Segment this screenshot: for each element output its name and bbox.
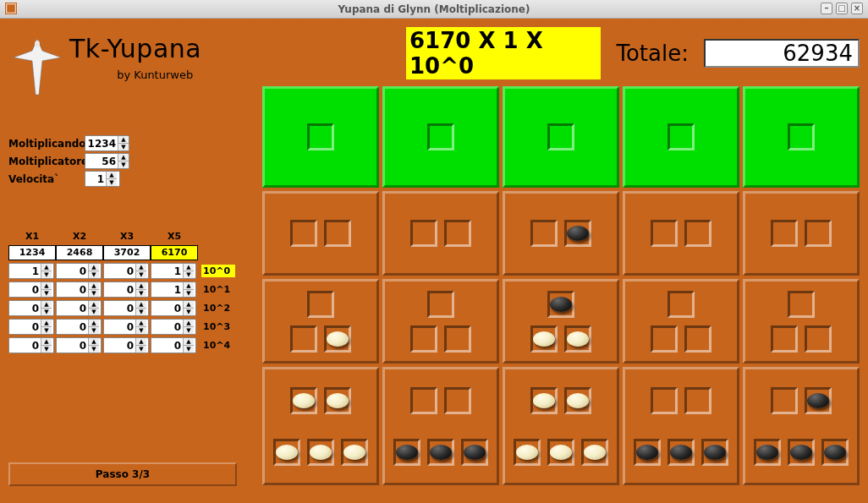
hole[interactable]: [651, 387, 678, 414]
hole[interactable]: [581, 439, 608, 466]
xtable-spinner[interactable]: ▲▼: [151, 337, 196, 353]
xtable-spinner[interactable]: ▲▼: [56, 263, 102, 279]
xtable-spinner[interactable]: ▲▼: [103, 282, 149, 298]
spinner-up-icon[interactable]: ▲: [41, 320, 52, 327]
spinner-down-icon[interactable]: ▼: [89, 327, 99, 334]
hole[interactable]: [307, 291, 334, 318]
hole[interactable]: [427, 439, 454, 466]
spinner-up-icon[interactable]: ▲: [89, 338, 99, 346]
moltiplicatore-input[interactable]: [85, 154, 118, 168]
xtable-input[interactable]: [151, 338, 183, 353]
hole[interactable]: [805, 387, 832, 414]
spinner-down-icon[interactable]: ▼: [184, 271, 194, 278]
spinner-down-icon[interactable]: ▼: [184, 309, 194, 315]
hole[interactable]: [684, 387, 711, 414]
xtable-input[interactable]: [9, 320, 41, 334]
hole[interactable]: [547, 291, 574, 318]
xtable-spinner[interactable]: ▲▼: [56, 282, 102, 298]
spinner-down-icon[interactable]: ▼: [184, 290, 194, 297]
hole[interactable]: [771, 387, 798, 414]
spinner-up-icon[interactable]: ▲: [136, 282, 146, 290]
spinner-up-icon[interactable]: ▲: [136, 264, 146, 271]
spinner-down-icon[interactable]: ▼: [184, 346, 194, 353]
spinner-down-icon[interactable]: ▼: [136, 309, 146, 315]
xtable-spinner[interactable]: ▲▼: [151, 300, 196, 316]
hole[interactable]: [290, 325, 317, 353]
spinner-down-icon[interactable]: ▼: [118, 144, 129, 150]
xtable-spinner[interactable]: ▲▼: [56, 337, 102, 353]
hole[interactable]: [307, 123, 334, 150]
hole[interactable]: [667, 291, 695, 318]
xtable-input[interactable]: [9, 301, 41, 315]
spinner-down-icon[interactable]: ▼: [89, 290, 99, 297]
hole[interactable]: [530, 387, 558, 414]
velocita-input[interactable]: [85, 172, 106, 186]
spinner-up-icon[interactable]: ▲: [107, 172, 117, 179]
spinner-down-icon[interactable]: ▼: [41, 346, 52, 353]
spinner-up-icon[interactable]: ▲: [89, 264, 99, 271]
minimize-button[interactable]: –: [821, 3, 832, 14]
spinner-up-icon[interactable]: ▲: [118, 154, 129, 161]
hole[interactable]: [547, 439, 574, 466]
hole[interactable]: [564, 220, 591, 247]
hole[interactable]: [410, 387, 437, 414]
hole[interactable]: [514, 439, 541, 466]
hole[interactable]: [651, 325, 678, 353]
hole[interactable]: [667, 439, 695, 466]
hole[interactable]: [530, 325, 558, 353]
xtable-input[interactable]: [104, 282, 135, 297]
xtable-spinner[interactable]: ▲▼: [56, 319, 102, 335]
hole[interactable]: [290, 387, 317, 414]
hole[interactable]: [393, 439, 420, 466]
hole[interactable]: [754, 439, 781, 466]
spinner-up-icon[interactable]: ▲: [184, 282, 194, 290]
xtable-input[interactable]: [151, 264, 183, 278]
xtable-spinner[interactable]: ▲▼: [103, 263, 149, 279]
spinner-down-icon[interactable]: ▼: [136, 327, 146, 334]
xtable-spinner[interactable]: ▲▼: [8, 263, 54, 279]
spinner-up-icon[interactable]: ▲: [41, 264, 52, 271]
maximize-button[interactable]: □: [836, 3, 848, 14]
xtable-spinner[interactable]: ▲▼: [103, 337, 149, 353]
hole[interactable]: [461, 439, 488, 466]
moltiplicatore-spinner[interactable]: ▲▼: [85, 153, 129, 169]
hole[interactable]: [324, 220, 351, 247]
hole[interactable]: [684, 220, 711, 247]
xtable-input[interactable]: [57, 320, 88, 334]
xtable-input[interactable]: [151, 301, 183, 315]
xtable-spinner[interactable]: ▲▼: [103, 319, 149, 335]
hole[interactable]: [444, 325, 471, 353]
hole[interactable]: [701, 439, 728, 466]
hole[interactable]: [667, 123, 695, 150]
spinner-up-icon[interactable]: ▲: [41, 338, 52, 346]
hole[interactable]: [307, 439, 334, 466]
xtable-input[interactable]: [104, 301, 135, 315]
spinner-up-icon[interactable]: ▲: [184, 338, 194, 346]
spinner-down-icon[interactable]: ▼: [41, 271, 52, 278]
spinner-down-icon[interactable]: ▼: [89, 309, 99, 315]
xtable-input[interactable]: [57, 338, 88, 353]
xtable-spinner[interactable]: ▲▼: [8, 282, 54, 298]
hole[interactable]: [771, 325, 798, 353]
spinner-down-icon[interactable]: ▼: [41, 309, 52, 315]
velocita-spinner[interactable]: ▲▼: [85, 171, 120, 187]
spinner-down-icon[interactable]: ▼: [118, 161, 129, 168]
hole[interactable]: [410, 220, 437, 247]
xtable-input[interactable]: [57, 301, 88, 315]
xtable-input[interactable]: [104, 320, 135, 334]
spinner-down-icon[interactable]: ▼: [136, 290, 146, 297]
hole[interactable]: [290, 220, 317, 247]
hole[interactable]: [427, 291, 454, 318]
spinner-down-icon[interactable]: ▼: [41, 327, 52, 334]
xtable-spinner[interactable]: ▲▼: [151, 282, 196, 298]
xtable-spinner[interactable]: ▲▼: [8, 300, 54, 316]
hole[interactable]: [634, 439, 661, 466]
spinner-down-icon[interactable]: ▼: [89, 346, 99, 353]
hole[interactable]: [805, 220, 832, 247]
hole[interactable]: [444, 220, 471, 247]
close-button[interactable]: ×: [851, 3, 863, 14]
hole[interactable]: [410, 325, 437, 353]
hole[interactable]: [341, 439, 368, 466]
hole[interactable]: [788, 123, 815, 150]
xtable-input[interactable]: [104, 264, 135, 278]
